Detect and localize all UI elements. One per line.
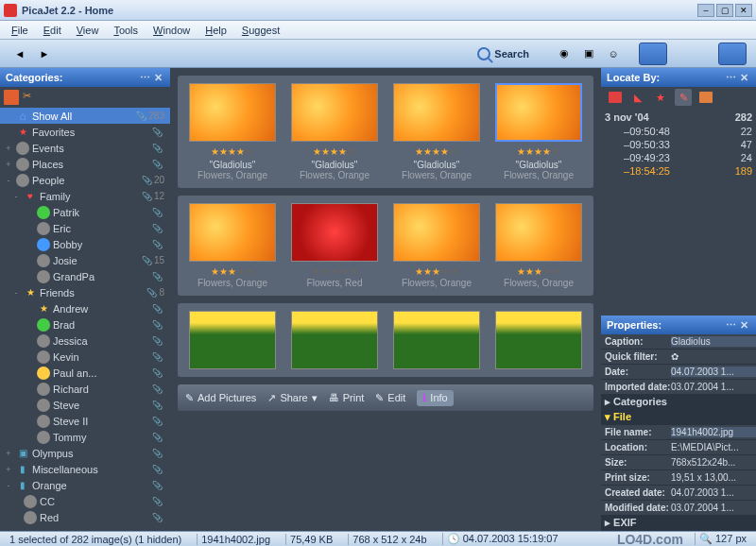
rating[interactable]: ★★★★★ [211,265,255,278]
thumb-image[interactable] [189,311,276,369]
tree-item-events[interactable]: +Events📎 [0,140,170,156]
menu-window[interactable]: Window [146,23,198,38]
expand-icon[interactable]: - [4,176,13,185]
right-panel-toggle[interactable] [718,43,747,65]
prop-value[interactable]: 03.07.2004 1... [671,503,756,513]
menu-view[interactable]: View [69,23,107,38]
share-button[interactable]: ↗Share ▾ [267,392,317,404]
expand-icon[interactable]: + [4,449,13,458]
tree-item-steve-ii[interactable]: Steve II📎 [0,413,170,429]
menu-suggest[interactable]: Suggest [234,23,287,38]
rating[interactable]: ★★★★★ [517,265,561,278]
date-entry[interactable]: – 09:49:2324 [605,151,752,164]
menu-help[interactable]: Help [198,23,234,38]
info-button[interactable]: ℹInfo [417,390,453,406]
thumb-image[interactable] [495,311,582,369]
tree-item-jessica[interactable]: Jessica📎 [0,333,170,349]
add-pictures-button[interactable]: ✎Add Pictures [185,392,256,404]
tree-item-miscellaneous[interactable]: +Miscellaneous📎 [0,461,170,477]
back-button[interactable]: ◄ [9,43,31,64]
thumbnail[interactable]: ★★★★★Flowers, Orange [495,203,582,288]
property-section[interactable]: ▸ EXIF [601,516,756,531]
thumbnail[interactable] [189,311,276,369]
thumb-image[interactable] [291,83,378,142]
panel-close-icon[interactable]: ✕ [151,72,164,84]
rating[interactable]: ★★★★★ [311,265,358,278]
thumbnail[interactable] [393,311,480,369]
thumb-image[interactable] [291,203,378,262]
prop-value[interactable]: 19,51 x 13,00... [671,472,756,483]
tree-item-andrew[interactable]: Andrew📎 [0,300,170,316]
prop-value[interactable]: E:\MEDIA\Pict... [671,442,756,452]
rating[interactable]: ★★★★★ [415,265,459,278]
minimize-button[interactable]: – [697,4,714,17]
tree-item-patrik[interactable]: Patrik📎 [0,204,170,220]
prop-value[interactable]: 768x512x24b... [671,457,756,468]
thumbnail[interactable]: ★★★★★"Gladiolus"Flowers, Orange [189,83,276,180]
menu-edit[interactable]: Edit [36,23,69,38]
tree-item-places[interactable]: +Places📎 [0,156,170,172]
disc-icon[interactable]: ◉ [553,43,576,64]
tree-item-friends[interactable]: -Friends📎8 [0,284,170,300]
locate-tab-folder[interactable] [697,89,714,106]
thumb-image[interactable] [393,83,480,142]
maximize-button[interactable]: ▢ [716,4,733,17]
expand-icon[interactable]: - [11,288,21,298]
tree-item-brad[interactable]: Brad📎 [0,316,170,333]
property-section[interactable]: ▸ Categories [601,395,756,410]
expand-icon[interactable]: + [4,465,13,474]
expand-icon[interactable]: - [11,192,21,201]
search-button[interactable]: Search [470,45,537,62]
tree-item-grandpa[interactable]: GrandPa📎 [0,268,170,284]
thumbnail[interactable] [291,311,378,369]
tree-item-eric[interactable]: Eric📎 [0,220,170,236]
prop-value[interactable]: 04.07.2003 1... [671,367,756,377]
tree-item-josie[interactable]: Josie📎15 [0,252,170,268]
thumb-image[interactable] [393,311,480,369]
prop-value[interactable]: 04.07.2003 1... [671,487,756,498]
expand-icon[interactable]: + [4,144,13,153]
expand-icon[interactable]: + [4,160,13,169]
tree-item-orange[interactable]: -Orange📎 [0,477,170,493]
panel-close-icon[interactable]: ✕ [737,72,750,84]
locate-tab-brush[interactable]: ✎ [675,89,692,106]
print-button[interactable]: 🖶Print [329,392,365,403]
tree-item-bobby[interactable]: Bobby📎 [0,236,170,252]
prop-value[interactable]: ✿ [671,351,756,362]
thumb-image[interactable] [393,203,480,262]
scissors-icon[interactable] [23,90,38,105]
expand-icon[interactable]: - [4,481,13,490]
tree-item-family[interactable]: -Family📎12 [0,188,170,204]
edit-button[interactable]: ✎Edit [375,392,405,404]
close-button[interactable]: ✕ [735,4,752,17]
date-group[interactable]: 3 nov '04 282 [605,110,752,125]
tree-item-steve[interactable]: Steve📎 [0,397,170,413]
locate-tab-book[interactable] [607,89,624,106]
tree-item-show-all[interactable]: Show All📎283 [0,108,170,124]
book-icon[interactable] [4,90,19,105]
thumb-image[interactable] [189,203,276,262]
panel-close-icon[interactable]: ✕ [737,319,750,332]
person-icon[interactable]: ☺ [602,43,625,64]
thumb-image[interactable] [495,83,582,142]
thumbnail[interactable]: ★★★★★Flowers, Orange [393,203,480,288]
tree-item-kevin[interactable]: Kevin📎 [0,349,170,365]
tree-item-red[interactable]: Red📎 [0,509,170,525]
panel-menu-icon[interactable]: ⋯ [724,319,737,332]
thumbnail[interactable] [495,311,582,369]
thumbnail[interactable]: ★★★★★Flowers, Orange [189,203,276,288]
tree-item-cc[interactable]: CC📎 [0,493,170,509]
menu-file[interactable]: File [4,23,36,38]
tree-item-olympus[interactable]: +Olympus📎 [0,445,170,461]
thumb-image[interactable] [495,203,582,262]
prop-value[interactable]: 03.07.2004 1... [671,382,756,392]
thumbnail[interactable]: ★★★★★Flowers, Red [291,203,378,288]
panel-menu-icon[interactable]: ⋯ [138,72,151,84]
rating[interactable]: ★★★★★ [211,145,254,158]
rating[interactable]: ★★★★★ [517,145,560,158]
left-panel-toggle[interactable] [639,43,667,65]
panel-menu-icon[interactable]: ⋯ [724,72,737,84]
thumbnail[interactable]: ★★★★★"Gladiolus"Flowers, Orange [495,83,582,180]
image-icon[interactable]: ▣ [577,43,600,64]
locate-tab-star[interactable]: ★ [652,89,669,106]
